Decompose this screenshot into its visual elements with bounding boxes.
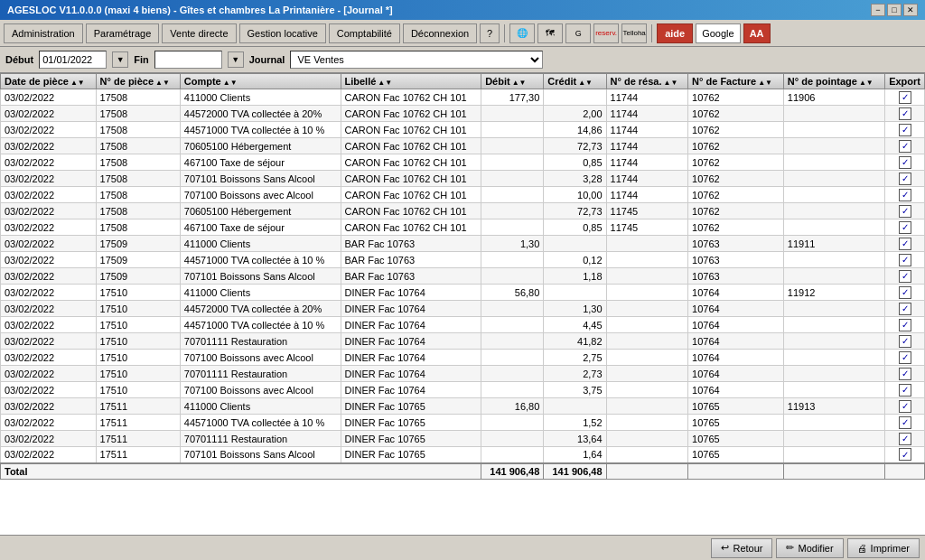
col-export[interactable]: Export xyxy=(885,74,925,89)
export-checkbox[interactable] xyxy=(899,416,911,429)
export-checkbox[interactable] xyxy=(899,140,911,153)
menu-deconnexion[interactable]: Déconnexion xyxy=(403,23,477,43)
export-checkbox[interactable] xyxy=(899,156,911,169)
total-cell xyxy=(606,463,688,480)
export-checkbox[interactable] xyxy=(899,254,911,266)
export-checkbox[interactable] xyxy=(899,433,911,445)
retour-button[interactable]: ↩ Retour xyxy=(711,538,772,558)
table-cell xyxy=(783,203,884,219)
table-cell: 17510 xyxy=(96,382,180,398)
table-cell xyxy=(783,382,884,398)
table-cell: 411000 Clients xyxy=(180,236,341,252)
fin-input[interactable] xyxy=(154,51,222,69)
export-checkbox[interactable] xyxy=(899,384,911,397)
table-row[interactable]: 03/02/20221750870605100 HébergementCARON… xyxy=(1,203,925,219)
export-checkbox[interactable] xyxy=(899,107,911,120)
table-cell xyxy=(481,447,544,463)
table-row[interactable]: 03/02/202217510707100 Boissons avec Alco… xyxy=(1,382,925,398)
col-date[interactable]: Date de pièce▲▼ xyxy=(1,74,97,89)
export-checkbox[interactable] xyxy=(899,189,911,201)
google-button[interactable]: Google xyxy=(696,23,740,43)
table-row[interactable]: 03/02/20221751070701111 RestaurationDINE… xyxy=(1,333,925,350)
map-icon-button[interactable]: 🗺 xyxy=(537,23,563,43)
minimize-button[interactable]: − xyxy=(871,4,885,16)
debut-calendar-button[interactable]: ▼ xyxy=(112,51,128,68)
table-cell: 0,85 xyxy=(544,154,606,171)
modifier-button[interactable]: ✏ Modifier xyxy=(776,538,843,558)
table-row[interactable]: 03/02/20221751170701111 RestaurationDINE… xyxy=(1,431,925,447)
menu-gestion-locative[interactable]: Gestion locative xyxy=(239,23,326,43)
close-button[interactable]: ✕ xyxy=(903,4,918,16)
export-checkbox[interactable] xyxy=(899,351,911,364)
table-row[interactable]: 03/02/20221750844572000 TVA collectée à … xyxy=(1,106,925,122)
reserv-icon-button[interactable]: reserv. xyxy=(593,23,619,43)
imprimer-button[interactable]: 🖨 Imprimer xyxy=(847,538,920,558)
col-piece[interactable]: N° de pièce▲▼ xyxy=(96,74,180,89)
help-button[interactable]: ? xyxy=(480,23,500,43)
table-row[interactable]: 03/02/202217508707100 Boissons avec Alco… xyxy=(1,187,925,203)
table-row[interactable]: 03/02/202217508467100 Taxe de séjourCARO… xyxy=(1,154,925,171)
debut-input[interactable] xyxy=(39,51,107,69)
export-checkbox[interactable] xyxy=(899,173,911,185)
table-row[interactable]: 03/02/202217508467100 Taxe de séjourCARO… xyxy=(1,219,925,236)
fin-calendar-button[interactable]: ▼ xyxy=(228,51,244,68)
export-checkbox[interactable] xyxy=(899,319,911,331)
table-cell xyxy=(783,187,884,203)
table-cell: 10765 xyxy=(688,415,784,431)
menu-vente-directe[interactable]: Vente directe xyxy=(162,23,236,43)
export-checkbox[interactable] xyxy=(899,205,911,218)
menu-parametrage[interactable]: Paramétrage xyxy=(86,23,160,43)
table-row[interactable]: 03/02/202217509411000 ClientsBAR Fac 107… xyxy=(1,236,925,252)
export-checkbox[interactable] xyxy=(899,91,911,104)
table-row[interactable]: 03/02/20221751070701111 RestaurationDINE… xyxy=(1,366,925,382)
journal-select[interactable]: VE Ventes xyxy=(290,51,543,69)
table-row[interactable]: 03/02/202217508707101 Boissons Sans Alco… xyxy=(1,171,925,187)
table-row[interactable]: 03/02/20221751144571000 TVA collectée à … xyxy=(1,415,925,431)
titlebar-controls: − □ ✕ xyxy=(871,4,918,16)
table-cell: 11744 xyxy=(606,187,688,203)
table-row[interactable]: 03/02/20221750944571000 TVA collectée à … xyxy=(1,252,925,268)
col-pointage[interactable]: N° de pointage▲▼ xyxy=(783,74,884,89)
export-checkbox[interactable] xyxy=(899,335,911,348)
export-checkbox[interactable] xyxy=(899,286,911,299)
col-libelle[interactable]: Libellé▲▼ xyxy=(341,74,481,89)
telloha-icon-button[interactable]: Telloha xyxy=(621,23,647,43)
col-resa[interactable]: N° de résa.▲▼ xyxy=(606,74,688,89)
table-row[interactable]: 03/02/202217510707100 Boissons avec Alco… xyxy=(1,350,925,366)
export-checkbox[interactable] xyxy=(899,448,911,461)
export-checkbox[interactable] xyxy=(899,303,911,315)
export-checkbox[interactable] xyxy=(899,368,911,380)
table-cell: 56,80 xyxy=(481,285,544,301)
col-debit[interactable]: Débit▲▼ xyxy=(481,74,544,89)
col-credit[interactable]: Crédit▲▼ xyxy=(544,74,606,89)
table-row[interactable]: 03/02/20221751044572000 TVA collectée à … xyxy=(1,301,925,317)
col-compte[interactable]: Compte▲▼ xyxy=(180,74,341,89)
table-cell: CARON Fac 10762 CH 101 xyxy=(341,89,481,106)
google-icon-button[interactable]: G xyxy=(565,23,591,43)
export-checkbox[interactable] xyxy=(899,221,911,234)
table-cell: 0,12 xyxy=(544,252,606,268)
table-cell xyxy=(606,301,688,317)
col-facture[interactable]: N° de Facture▲▼ xyxy=(688,74,784,89)
table-cell: DINER Fac 10765 xyxy=(341,431,481,447)
menu-administration[interactable]: Administration xyxy=(4,23,83,43)
table-row[interactable]: 03/02/202217511411000 ClientsDINER Fac 1… xyxy=(1,398,925,415)
export-checkbox[interactable] xyxy=(899,238,911,250)
table-row[interactable]: 03/02/202217510411000 ClientsDINER Fac 1… xyxy=(1,285,925,301)
table-row[interactable]: 03/02/20221751044571000 TVA collectée à … xyxy=(1,317,925,333)
aa-button[interactable]: AA xyxy=(743,23,771,43)
table-row[interactable]: 03/02/20221750844571000 TVA collectée à … xyxy=(1,122,925,138)
export-checkbox[interactable] xyxy=(899,400,911,413)
maximize-button[interactable]: □ xyxy=(887,4,902,16)
table-row[interactable]: 03/02/20221750870605100 HébergementCARON… xyxy=(1,138,925,154)
table-row[interactable]: 03/02/202217511707101 Boissons Sans Alco… xyxy=(1,447,925,463)
table-row[interactable]: 03/02/202217508411000 ClientsCARON Fac 1… xyxy=(1,89,925,106)
table-row[interactable]: 03/02/202217509707101 Boissons Sans Alco… xyxy=(1,268,925,285)
aide-button[interactable]: aide xyxy=(657,23,693,43)
globe-icon-button[interactable]: 🌐 xyxy=(509,23,535,43)
table-cell: 03/02/2022 xyxy=(1,252,97,268)
export-checkbox[interactable] xyxy=(899,124,911,136)
table-cell: 2,75 xyxy=(544,350,606,366)
menu-comptabilite[interactable]: Comptabilité xyxy=(329,23,400,43)
export-checkbox[interactable] xyxy=(899,270,911,283)
